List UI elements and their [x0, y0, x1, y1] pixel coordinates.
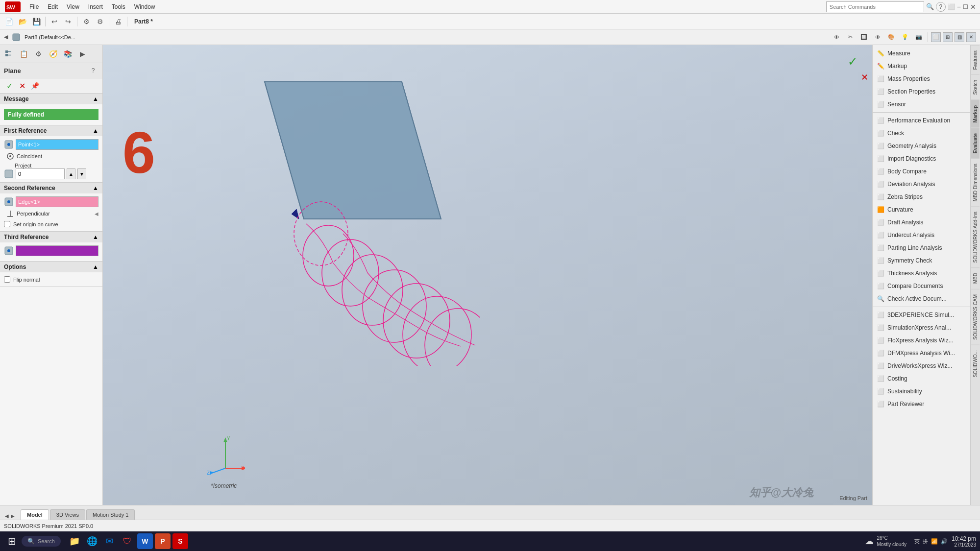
redo-btn[interactable]: ↪ [62, 16, 74, 27]
right-item-symmetry[interactable]: ⬜ Symmetry Check [873, 254, 970, 267]
rebuild-btn[interactable]: ⚙ [80, 16, 92, 27]
taskbar-file-explorer[interactable]: 📁 [67, 533, 82, 549]
first-ref-header[interactable]: First Reference ▲ [0, 125, 102, 136]
cancel-button[interactable]: ✕ [17, 80, 27, 91]
viewport-custom-btn[interactable]: ▥ [955, 32, 964, 42]
arrow-right-btn[interactable]: ▶ [75, 47, 89, 61]
num-down-btn[interactable]: ▼ [77, 168, 86, 179]
num-up-btn[interactable]: ▲ [67, 168, 75, 179]
right-item-costing[interactable]: ⬜ Costing [873, 372, 970, 385]
right-item-markup[interactable]: ✏️ Markup [873, 60, 970, 72]
help-icon[interactable]: ? [936, 2, 946, 12]
right-item-perf-eval[interactable]: ⬜ Performance Evaluation [873, 114, 970, 127]
right-item-curvature[interactable]: 🟧 Curvature [873, 203, 970, 216]
vert-tab-solidwo[interactable]: SOLIDWO... [971, 345, 980, 383]
taskbar-solidworks-app[interactable]: S [172, 533, 188, 549]
feature-tree-btn[interactable] [2, 47, 16, 61]
vert-tab-mbd-dim[interactable]: MBD Dimensions [971, 158, 980, 206]
right-item-undercut[interactable]: ⬜ Undercut Analysis [873, 229, 970, 241]
vert-tab-evaluate[interactable]: Evaluate [971, 128, 980, 158]
panel-help-btn[interactable]: ? [88, 65, 98, 76]
tab-scroll-left[interactable]: ◀ [4, 512, 10, 520]
view-orient-btn[interactable]: 👁 [831, 31, 842, 43]
taskbar-antivirus[interactable]: 🛡 [120, 533, 135, 549]
view-cam-btn[interactable]: 📷 [913, 31, 925, 43]
close-icon[interactable]: ✕ [970, 3, 976, 11]
right-item-sustainability[interactable]: ⬜ Sustainability [873, 385, 970, 398]
print-btn[interactable]: 🖨 [112, 16, 124, 27]
vert-tab-sw-cam[interactable]: SOLIDWORKS CAM [971, 289, 980, 345]
vert-tab-sw-addins[interactable]: SOLIDWORKS Add-Ins [971, 206, 980, 267]
right-item-sensor[interactable]: ⬜ Sensor [873, 98, 970, 111]
view-hide-btn[interactable]: 👁 [872, 31, 883, 43]
second-ref-header[interactable]: Second Reference ▲ [0, 183, 102, 193]
vert-tab-mbd[interactable]: MBD [971, 267, 980, 288]
right-item-import-diag[interactable]: ⬜ Import Diagnostics [873, 152, 970, 165]
right-item-measure[interactable]: 📏 Measure [873, 47, 970, 60]
minimize-icon[interactable]: − [957, 3, 961, 11]
flip-normal-checkbox[interactable] [4, 276, 10, 283]
ok-button[interactable]: ✓ [4, 80, 15, 91]
new-btn[interactable]: 📄 [3, 16, 15, 27]
view-light-btn[interactable]: 💡 [899, 31, 911, 43]
menu-file[interactable]: File [25, 2, 43, 11]
tab-3d-views[interactable]: 3D Views [50, 509, 85, 520]
third-ref-input[interactable] [16, 245, 98, 256]
menu-tools[interactable]: Tools [108, 2, 129, 11]
right-item-driveworks[interactable]: ⬜ DriveWorksXpress Wiz... [873, 359, 970, 372]
view-section-btn[interactable]: ✂ [844, 31, 856, 43]
taskbar-word[interactable]: W [137, 533, 153, 549]
taskbar-mail[interactable]: ✉ [102, 533, 118, 549]
tab-scroll-right[interactable]: ▶ [10, 512, 16, 520]
right-item-deviation[interactable]: ⬜ Deviation Analysis [873, 178, 970, 191]
menu-edit[interactable]: Edit [44, 2, 62, 11]
second-ref-input[interactable] [16, 196, 98, 207]
taskbar-ppt[interactable]: P [155, 533, 171, 549]
right-item-3dexp[interactable]: ⬜ 3DEXPERIENCE Simul... [873, 309, 970, 321]
right-item-part-reviewer[interactable]: ⬜ Part Reviewer [873, 398, 970, 410]
right-item-floxpress[interactable]: ⬜ FloXpress Analysis Wiz... [873, 334, 970, 347]
expand-icon[interactable]: ⬜ [948, 3, 955, 10]
config-btn[interactable]: ⚙ [31, 47, 45, 61]
pin-button[interactable]: 📌 [29, 80, 40, 91]
menu-insert[interactable]: Insert [84, 2, 107, 11]
menu-view[interactable]: View [63, 2, 83, 11]
save-btn[interactable]: 💾 [30, 16, 42, 27]
taskbar-search-box[interactable]: 🔍 Search [22, 536, 61, 547]
undo-btn[interactable]: ↩ [49, 16, 60, 27]
viewport-close-btn[interactable]: ✕ [966, 32, 976, 42]
view-appear-btn[interactable]: 🎨 [885, 31, 897, 43]
vert-tab-features[interactable]: Features [971, 45, 980, 74]
vert-tab-markup[interactable]: Markup [971, 100, 980, 128]
num-input[interactable] [16, 168, 65, 179]
viewport-normal-btn[interactable]: ⬜ [931, 32, 941, 42]
layer-btn[interactable]: 📚 [61, 47, 74, 61]
right-item-dfmxpress[interactable]: ⬜ DFMXpress Analysis Wi... [873, 347, 970, 359]
options-btn[interactable]: ⚙ [94, 16, 106, 27]
right-item-geometry-analysis[interactable]: ⬜ Geometry Analysis [873, 140, 970, 152]
right-item-draft[interactable]: ⬜ Draft Analysis [873, 216, 970, 229]
viewport-close-btn[interactable]: ✕ [861, 72, 868, 83]
first-ref-input[interactable] [16, 139, 98, 150]
vert-tab-sketch[interactable]: Sketch [971, 74, 980, 100]
right-item-body-compare[interactable]: ⬜ Body Compare [873, 165, 970, 178]
open-btn[interactable]: 📂 [17, 16, 28, 27]
right-item-check[interactable]: ⬜ Check [873, 127, 970, 140]
viewport[interactable]: ✓ ✕ 6 [103, 45, 872, 505]
right-item-parting[interactable]: ⬜ Parting Line Analysis [873, 241, 970, 254]
right-item-section-props[interactable]: ⬜ Section Properties [873, 85, 970, 98]
menu-window[interactable]: Window [130, 2, 159, 11]
tab-model[interactable]: Model [21, 509, 49, 520]
maximize-icon[interactable]: ☐ [963, 3, 968, 10]
windows-start-btn[interactable]: ⊞ [4, 533, 20, 549]
right-item-simxpress[interactable]: ⬜ SimulationXpress Anal... [873, 321, 970, 334]
right-item-check-active[interactable]: 🔍 Check Active Docum... [873, 292, 970, 305]
right-item-compare-docs[interactable]: ⬜ Compare Documents [873, 280, 970, 292]
search-input[interactable] [826, 1, 924, 12]
property-btn[interactable]: 📋 [17, 47, 30, 61]
right-item-zebra[interactable]: ⬜ Zebra Stripes [873, 191, 970, 203]
view-display-btn[interactable]: 🔲 [858, 31, 870, 43]
tab-motion-study[interactable]: Motion Study 1 [86, 509, 135, 520]
set-origin-checkbox[interactable] [4, 221, 10, 227]
right-item-mass-props[interactable]: ⬜ Mass Properties [873, 72, 970, 85]
